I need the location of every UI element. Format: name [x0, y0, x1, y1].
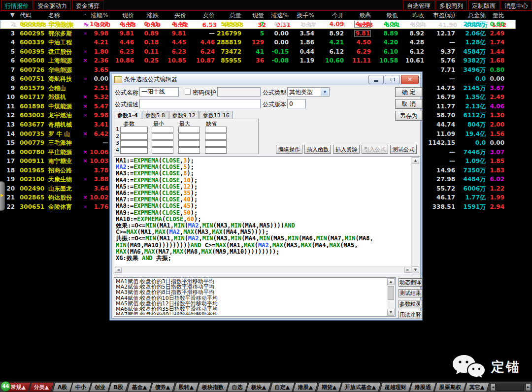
- param-input[interactable]: [205, 133, 227, 140]
- market-tab[interactable]: 自定▲: [269, 382, 295, 392]
- formula-desc-input[interactable]: [139, 99, 261, 108]
- minimize-button[interactable]: [368, 75, 384, 84]
- market-tab[interactable]: 港股▲: [293, 382, 318, 392]
- side-button[interactable]: 动态翻译: [399, 278, 422, 287]
- column-header[interactable]: 市盈(动): [424, 11, 455, 20]
- market-tab[interactable]: 板块▲: [246, 382, 271, 392]
- side-panel-handle[interactable]: ▶: [0, 181, 5, 211]
- market-tab[interactable]: 股转▲: [173, 382, 199, 392]
- param-input[interactable]: [120, 127, 148, 133]
- column-header[interactable]: 昨收: [398, 11, 424, 20]
- tab-scroll-track[interactable]: [497, 384, 524, 391]
- code-vertical-scrollbar[interactable]: ▲ ▼: [411, 157, 419, 273]
- close-button[interactable]: ✕: [401, 75, 419, 84]
- column-header[interactable]: ▼: [0, 11, 15, 18]
- side-button[interactable]: 用法注释: [399, 311, 422, 319]
- table-row[interactable]: 6600508上海能源×2.3610.860.2510.8510.8785955…: [0, 56, 532, 65]
- top-menu-item[interactable]: 资金博弈: [72, 0, 103, 10]
- param-input[interactable]: [152, 127, 173, 133]
- scroll-down-icon[interactable]: ▼: [412, 266, 419, 273]
- top-menu-item[interactable]: 自选管理: [403, 0, 434, 10]
- column-header[interactable]: 总量: [215, 11, 241, 20]
- action-button[interactable]: 插入函数: [304, 145, 331, 154]
- side-button[interactable]: 参数精灵: [399, 300, 422, 308]
- market-tab[interactable]: 自选: [227, 382, 248, 392]
- code-horizontal-scrollbar[interactable]: ◄ ►: [115, 266, 411, 273]
- scroll-left-icon[interactable]: ◄: [115, 267, 122, 273]
- table-row[interactable]: 5600395盘江股份×1.806.230.116.236.247347241-…: [0, 47, 532, 57]
- top-menu-item[interactable]: 多股同列: [435, 0, 467, 10]
- column-header[interactable]: 卖价: [186, 11, 215, 20]
- tab-scroll-left-icon[interactable]: ◄: [490, 383, 496, 391]
- tab-scroll-right-icon[interactable]: ►: [526, 383, 531, 391]
- param-input[interactable]: [152, 133, 173, 140]
- column-header[interactable]: 今开: [314, 11, 344, 20]
- scroll-up-icon[interactable]: ▲: [387, 278, 395, 285]
- cancel-button[interactable]: 取 消: [395, 99, 422, 109]
- param-input[interactable]: [205, 140, 227, 147]
- param-input[interactable]: [152, 147, 173, 154]
- top-menu-item[interactable]: 行情报价: [1, 0, 33, 10]
- password-protect-checkbox[interactable]: [185, 89, 191, 95]
- scroll-right-icon[interactable]: ►: [404, 267, 411, 273]
- market-tab[interactable]: 其它▲: [464, 382, 490, 392]
- top-menu-item[interactable]: 资金驱动力: [33, 0, 71, 10]
- column-header[interactable]: 代码: [15, 11, 45, 20]
- column-header[interactable]: ·: [82, 11, 89, 18]
- param-tab[interactable]: 参数1-4: [114, 111, 141, 119]
- param-input[interactable]: [205, 127, 227, 133]
- top-menu-item[interactable]: 消息中心: [500, 0, 532, 10]
- column-header[interactable]: 涨跌: [134, 11, 159, 20]
- maximize-button[interactable]: [385, 75, 400, 84]
- param-input[interactable]: [178, 127, 200, 133]
- table-row[interactable]: 2600156华升股份×10.074.480.414.48—5750070.00…: [0, 20, 532, 29]
- param-input[interactable]: [178, 133, 200, 140]
- param-tab[interactable]: 参数9-12: [169, 111, 199, 119]
- market-tab[interactable]: 港股通: [409, 382, 436, 392]
- save-as-button[interactable]: 另存为: [395, 111, 422, 121]
- column-header[interactable]: 最高: [344, 11, 371, 20]
- formula-code-area[interactable]: MA1:=EXPMEMA(CLOSE,3);MA2:=EXPMEMA(CLOSE…: [114, 156, 420, 274]
- param-input[interactable]: [178, 147, 200, 154]
- param-input[interactable]: [178, 140, 200, 147]
- action-button[interactable]: 插入资源: [333, 145, 360, 154]
- param-input[interactable]: [120, 140, 148, 147]
- formula-type-select[interactable]: 其他类型 ▼: [287, 87, 330, 97]
- market-tab[interactable]: 期货▲: [316, 382, 342, 392]
- password-input[interactable]: [217, 87, 261, 97]
- formula-version-input[interactable]: [287, 99, 306, 108]
- column-header[interactable]: 名称: [45, 11, 82, 20]
- column-header[interactable]: 量比: [486, 11, 504, 20]
- scroll-down-icon[interactable]: ▼: [387, 309, 395, 316]
- market-tab[interactable]: 板块指数: [197, 382, 229, 392]
- column-header[interactable]: 总金额: [455, 11, 486, 20]
- table-row[interactable]: 3600295鄂尔多斯×9.989.810.899.81—21679950.00…: [0, 29, 532, 38]
- param-input[interactable]: [152, 140, 173, 147]
- dialog-titlebar[interactable]: 条件选股公式编辑器 ✕: [111, 73, 421, 85]
- param-tab[interactable]: 参数5-8: [142, 111, 168, 119]
- market-tab[interactable]: 超越理财: [379, 382, 412, 392]
- scrollbar-thumb[interactable]: [388, 286, 394, 300]
- quote-table-header[interactable]: ▼代码名称·涨幅%现价涨跌买价卖价总量现量涨速%换手%今开最高最低昨收市盈(动)…: [0, 11, 504, 19]
- param-input[interactable]: [120, 147, 148, 154]
- market-tab[interactable]: 债券▲: [150, 382, 175, 392]
- market-tab[interactable]: B股: [109, 382, 129, 392]
- ok-button[interactable]: 确 定: [395, 87, 422, 97]
- column-header[interactable]: 现价: [108, 11, 134, 20]
- param-input[interactable]: [205, 147, 227, 154]
- column-header[interactable]: 最低: [371, 11, 398, 20]
- market-tab[interactable]: 股票期权: [434, 382, 466, 392]
- notification-badge[interactable]: 44: [0, 381, 11, 392]
- formula-name-input[interactable]: [139, 87, 179, 97]
- param-input[interactable]: [120, 133, 148, 140]
- scroll-up-icon[interactable]: ▲: [412, 157, 419, 164]
- action-button[interactable]: 测试公式: [390, 145, 417, 154]
- action-button[interactable]: 编辑操作: [276, 145, 302, 154]
- market-tab[interactable]: 开放式基金▲: [339, 382, 381, 392]
- table-row[interactable]: 4600339中油工程4.214.460.184.454.46288819129…: [0, 38, 532, 47]
- market-tab[interactable]: A股: [52, 382, 72, 392]
- column-header[interactable]: 换手%: [289, 11, 314, 20]
- market-tab[interactable]: 分类▲: [29, 382, 55, 392]
- side-button[interactable]: 测试结果: [399, 289, 422, 297]
- column-header[interactable]: 现量: [241, 11, 264, 20]
